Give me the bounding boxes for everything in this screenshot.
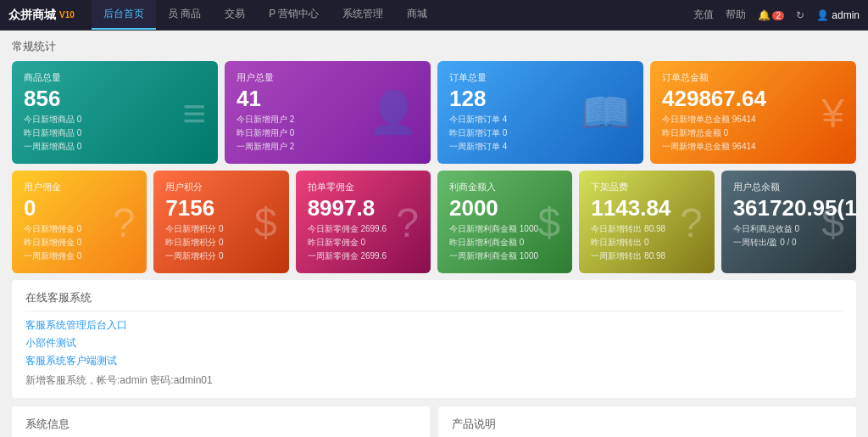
card-title-user-balance: 用户总余额 <box>733 181 844 193</box>
card-title-user-points: 用户积分 <box>165 181 276 193</box>
stat-card-download-goods: 下架品费 1143.84 今日新增转出 80.98昨日新增转出 0一周新增转出 … <box>579 171 714 273</box>
card-icon-business-income: $ <box>538 199 561 245</box>
card-icon-user-count: 👤 <box>368 89 419 137</box>
card-title-goods-count: 商品总量 <box>24 71 206 84</box>
stat-card-user-balance: 用户总余额 361720.95(104236.99) 今日利商总收益 0一周转出… <box>721 171 856 273</box>
card-title-order-profit: 拍单零佣金 <box>308 181 419 193</box>
card-icon-user-balance: $ <box>821 199 844 245</box>
product-info-title: 产品说明 <box>452 417 843 437</box>
stat-card-user-reward: 用户佣金 0 今日新增佣金 0昨日新增佣金 0一周新增佣金 0 ? <box>12 171 147 273</box>
header: 众拼商城 V10 后台首页员 商品交易P 营销中心系统管理商城 充值 帮助 🔔2… <box>0 0 868 31</box>
card-value-order-amount: 429867.64 <box>662 87 844 109</box>
card-sub-order-amount: 今日新增单总金额 96414昨日新增总金额 0一周新增单总金额 96414 <box>662 113 844 154</box>
service-link[interactable]: 小部件测试 <box>25 336 843 350</box>
card-icon-download-goods: ? <box>680 199 703 245</box>
card-sub-goods-count: 今日新增商品 0昨日新增商品 0一周新增商品 0 <box>24 113 206 154</box>
card-title-user-count: 用户总量 <box>236 71 419 84</box>
card-value-goods-count: 856 <box>24 87 206 109</box>
online-service-title: 在线客服系统 <box>25 290 843 311</box>
stat-card-business-income: 利商金额入 2000 今日新增利商金额 1000昨日新增利商金额 0一周新增利商… <box>437 171 572 273</box>
nav-tab-p营销中心[interactable]: P 营销中心 <box>257 0 331 30</box>
nav-tab-后台首页[interactable]: 后台首页 <box>92 0 156 30</box>
help-btn[interactable]: 帮助 <box>726 8 746 22</box>
stats-section-title: 常规统计 <box>12 39 856 54</box>
stat-card-order-count: 订单总量 128 今日新增订单 4昨日新增订单 0一周新增订单 4 📖 <box>437 61 643 164</box>
refresh-btn[interactable]: ↻ <box>796 9 804 21</box>
card-icon-goods-count: ≡ <box>182 89 206 136</box>
nav-tab-商城[interactable]: 商城 <box>395 0 439 30</box>
logo-version: V10 <box>59 10 75 20</box>
bell-badge: 2 <box>772 11 784 20</box>
logo-text: 众拼商城 <box>8 8 56 23</box>
stat-card-user-points: 用户积分 7156 今日新增积分 0昨日新增积分 0一周新增积分 0 $ <box>153 171 288 273</box>
service-link[interactable]: 客服系统客户端测试 <box>25 354 843 368</box>
card-icon-user-reward: ? <box>113 199 136 245</box>
nav-tab-交易[interactable]: 交易 <box>213 0 257 30</box>
system-info-panel: 系统信息 后端程序版本V10运行PHP版本5.6.40ThinkPHP版本5.1… <box>12 406 430 437</box>
stat-card-user-count: 用户总量 41 今日新增用户 2昨日新增用户 0一周新增用户 2 👤 <box>225 61 431 164</box>
system-info-title: 系统信息 <box>25 417 416 437</box>
service-link[interactable]: 客服系统管理后台入口 <box>25 318 843 333</box>
nav-tab-系统管理[interactable]: 系统管理 <box>331 0 395 30</box>
card-icon-order-amount: ¥ <box>821 89 844 136</box>
logo: 众拼商城 V10 <box>8 8 75 23</box>
product-info-panel: 产品说明 产品名称说明内容产品说明本产品只为学习测试而生,请您您需商业运营需于源… <box>438 406 856 437</box>
card-icon-order-count: 📖 <box>581 89 632 137</box>
main-content: 常规统计 商品总量 856 今日新增商品 0昨日新增商品 0一周新增商品 0 ≡… <box>0 31 868 437</box>
header-right: 充值 帮助 🔔2 ↻ 👤 admin <box>693 8 860 22</box>
stat-card-order-profit: 拍单零佣金 8997.8 今日新零佣金 2699.6昨日新零佣金 0一周新零佣金… <box>296 171 431 273</box>
service-links: 客服系统管理后台入口小部件测试客服系统客户端测试 <box>25 318 843 368</box>
user-menu[interactable]: 👤 admin <box>816 9 860 21</box>
stat-card-goods-count: 商品总量 856 今日新增商品 0昨日新增商品 0一周新增商品 0 ≡ <box>12 61 218 164</box>
online-service-panel: 在线客服系统 客服系统管理后台入口小部件测试客服系统客户端测试 新增客服系统，帐… <box>12 280 856 398</box>
card-title-order-count: 订单总量 <box>449 71 632 84</box>
bottom-row: 系统信息 后端程序版本V10运行PHP版本5.6.40ThinkPHP版本5.1… <box>12 406 856 437</box>
card-title-user-reward: 用户佣金 <box>24 181 135 193</box>
stats-row-2: 用户佣金 0 今日新增佣金 0昨日新增佣金 0一周新增佣金 0 ? 用户积分 7… <box>12 171 856 273</box>
recharge-btn[interactable]: 充值 <box>693 8 714 22</box>
stats-row-1: 商品总量 856 今日新增商品 0昨日新增商品 0一周新增商品 0 ≡ 用户总量… <box>12 61 856 164</box>
card-title-order-amount: 订单总金额 <box>662 71 844 84</box>
card-icon-user-points: $ <box>254 199 277 245</box>
nav-tabs: 后台首页员 商品交易P 营销中心系统管理商城 <box>92 0 439 30</box>
service-note: 新增客服系统，帐号:admin 密码:admin01 <box>25 373 843 388</box>
stat-card-order-amount: 订单总金额 429867.64 今日新增单总金额 96414昨日新增总金额 0一… <box>650 61 856 164</box>
bell-btn[interactable]: 🔔2 <box>758 9 784 21</box>
card-title-business-income: 利商金额入 <box>449 181 560 193</box>
card-title-download-goods: 下架品费 <box>591 181 702 193</box>
nav-tab-员商品[interactable]: 员 商品 <box>156 0 213 30</box>
card-icon-order-profit: ? <box>396 199 419 245</box>
